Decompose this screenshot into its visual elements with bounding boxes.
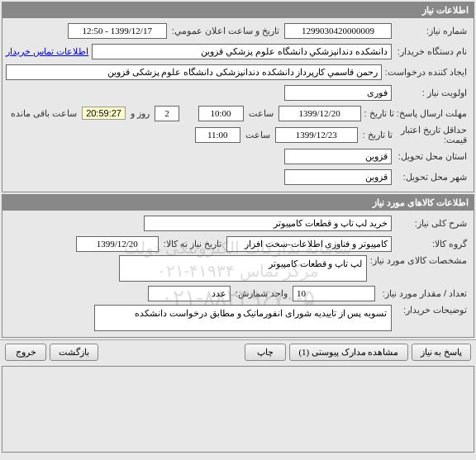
- delivery-province[interactable]: [284, 149, 392, 164]
- respond-button[interactable]: پاسخ به نیاز: [412, 344, 472, 361]
- need-no-label: شماره نیاز:: [392, 26, 470, 36]
- delivery-city-label: شهر محل تحویل:: [392, 172, 470, 183]
- time-label-1: ساعت: [244, 108, 278, 119]
- goods-info-panel: اطلاعات کالاهای مورد نیاز سامانه تدارکات…: [2, 194, 474, 338]
- bottom-bar: پاسخ به نیاز مشاهده مدارک پیوستی (1) چاپ…: [0, 339, 476, 364]
- buyer-name-input[interactable]: [92, 44, 392, 59]
- exit-button[interactable]: خروج: [5, 344, 46, 361]
- creator-label: ایجاد کننده درخواست:: [382, 67, 470, 78]
- buyer-note-input[interactable]: [94, 305, 392, 331]
- time-label-2: ساعت: [240, 130, 275, 140]
- attachments-button[interactable]: مشاهده مدارک پیوستی (1): [289, 344, 407, 361]
- time-remaining: 20:59:27: [82, 107, 126, 120]
- min-valid-label: حداقل تاریخ اعتبار قیمت:: [397, 125, 470, 145]
- need-info-header: اطلاعات نیاز: [2, 2, 474, 18]
- buyer-name-label: نام دستگاه خریدار:: [392, 46, 470, 57]
- creator-input[interactable]: [6, 64, 382, 80]
- unit-input[interactable]: [148, 286, 231, 301]
- contact-link[interactable]: اطلاعات تماس خریدار: [6, 46, 88, 57]
- group-label: گروه کالا:: [392, 239, 470, 249]
- spec-input[interactable]: [119, 255, 367, 282]
- qty-input[interactable]: [293, 286, 375, 301]
- buyer-note-label: توضیحات خریدار:: [392, 305, 470, 315]
- days-label: روز و: [126, 108, 155, 119]
- remaining-label: ساعت باقی مانده: [6, 108, 82, 119]
- deadline-send-time[interactable]: [198, 106, 244, 121]
- need-date-label: تاریخ نیاز به کالا:: [159, 239, 226, 249]
- announce-date-input[interactable]: [68, 23, 167, 39]
- need-info-panel: اطلاعات نیاز شماره نیاز: تاریخ و ساعت اع…: [2, 2, 474, 192]
- unit-label: واحد شمارش:: [231, 288, 293, 299]
- min-valid-time[interactable]: [195, 127, 240, 143]
- min-valid-date[interactable]: [275, 127, 358, 143]
- need-date-input[interactable]: [76, 236, 159, 252]
- min-valid-to-label: تا تاریخ :: [358, 130, 397, 140]
- priority-label: اولویت نیاز :: [392, 88, 470, 98]
- delivery-city[interactable]: [284, 169, 392, 185]
- days-remaining[interactable]: [155, 106, 179, 121]
- back-button[interactable]: بازگشت: [50, 344, 98, 361]
- deadline-send-date[interactable]: [278, 106, 361, 121]
- desc-input[interactable]: [144, 216, 392, 231]
- qty-label: تعداد / مقدار مورد نیاز:: [375, 288, 470, 299]
- spec-label: مشخصات کالای مورد نیاز:: [367, 255, 470, 266]
- print-button[interactable]: چاپ: [245, 344, 286, 361]
- deadline-send-label: مهلت ارسال پاسخ: تا تاریخ :: [361, 108, 470, 119]
- delivery-province-label: استان محل تحویل:: [392, 151, 470, 162]
- priority-input[interactable]: [284, 85, 392, 101]
- announce-date-label: تاریخ و ساعت اعلان عمومي:: [167, 26, 284, 36]
- group-input[interactable]: [226, 236, 392, 252]
- goods-info-header: اطلاعات کالاهای مورد نیاز: [2, 195, 474, 211]
- empty-bottom-area: [2, 366, 474, 453]
- need-no-input[interactable]: [284, 23, 392, 39]
- desc-label: شرح کلی نیاز:: [392, 218, 470, 229]
